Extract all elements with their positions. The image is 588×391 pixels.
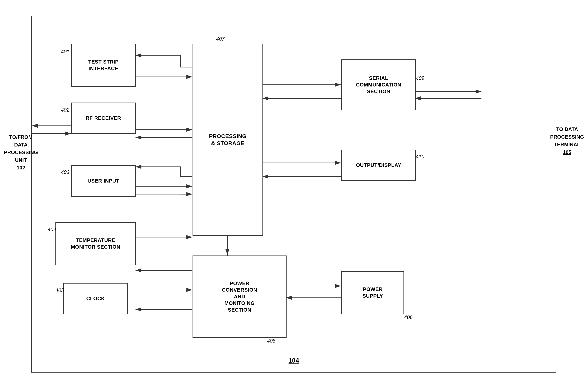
ref-408: 408 <box>267 338 275 344</box>
processing-storage-block: PROCESSING & STORAGE <box>193 44 263 236</box>
ref-406: 406 <box>404 314 412 320</box>
ref-402: 402 <box>61 107 69 113</box>
diagram-container: TEST STRIP INTERFACE RF RECEIVER USER IN… <box>31 16 556 373</box>
rf-receiver-block: RF RECEIVER <box>71 102 136 134</box>
power-supply-block: POWER SUPPLY <box>341 271 404 314</box>
output-display-block: OUTPUT/DISPLAY <box>341 150 416 181</box>
ref-405: 405 <box>56 287 64 293</box>
ref-401: 401 <box>61 49 69 55</box>
ref-404: 404 <box>48 226 56 233</box>
power-conversion-block: POWER CONVERSION AND MONITOING SECTION <box>193 256 287 338</box>
ref-410: 410 <box>416 154 424 160</box>
serial-comm-block: SERIAL COMMUNICATION SECTION <box>341 59 416 110</box>
test-strip-interface-block: TEST STRIP INTERFACE <box>71 44 136 87</box>
figure-label: 104 <box>288 357 299 364</box>
left-external-label: TO/FROMDATAPROCESSINGUNIT102 <box>4 133 38 172</box>
ref-403: 403 <box>61 169 69 175</box>
ref-407: 407 <box>216 36 224 42</box>
user-input-block: USER INPUT <box>71 165 136 197</box>
ref-409: 409 <box>416 75 424 81</box>
right-external-label: TO DATAPROCESSINGTERMINAL105 <box>550 125 584 156</box>
temp-monitor-block: TEMPERATURE MONITOR SECTION <box>56 222 136 265</box>
clock-block: CLOCK <box>63 283 128 314</box>
